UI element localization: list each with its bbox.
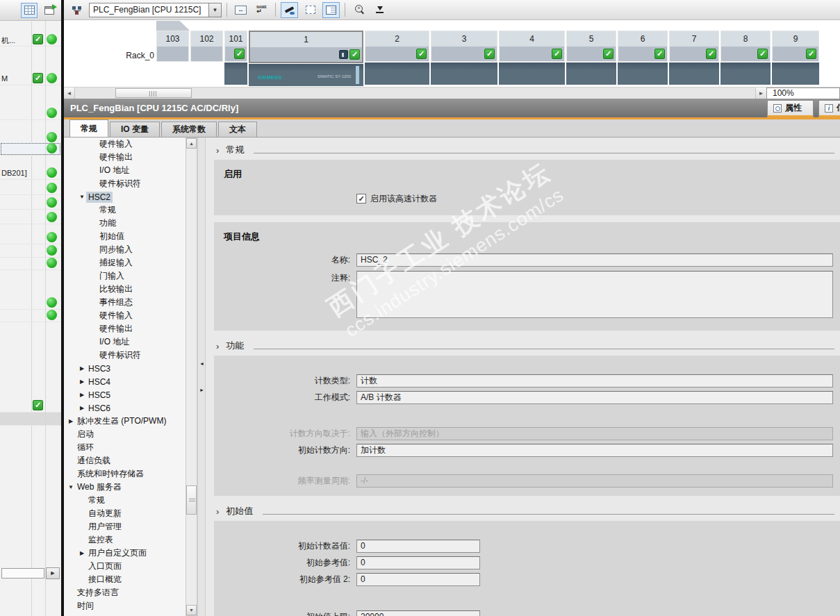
tree-item[interactable]: 同步输入 <box>64 243 186 256</box>
tree-item-label[interactable]: 支持多语言 <box>75 586 121 599</box>
tree-item[interactable]: 门输入 <box>64 269 186 283</box>
expand-closed-icon[interactable]: ▶ <box>67 418 75 424</box>
overview-row[interactable] <box>0 413 61 426</box>
scroll-left-button[interactable]: ◄ <box>64 88 75 99</box>
show-grid-button[interactable] <box>302 2 319 18</box>
tree-item-label[interactable]: 启动 <box>75 428 96 441</box>
section-general-header[interactable]: › 常规 <box>213 142 840 158</box>
tree-item-label[interactable]: HSC4 <box>86 376 113 388</box>
slot-module[interactable] <box>720 63 771 85</box>
tree-item[interactable]: 比较输出 <box>64 283 186 296</box>
table-view-button[interactable] <box>21 3 38 18</box>
tree-item-label[interactable]: 自动更新 <box>86 507 124 520</box>
zoom-level-field[interactable]: 100% <box>766 88 840 99</box>
expand-open-icon[interactable]: ▼ <box>67 484 75 490</box>
tree-item[interactable]: 事件组态 <box>64 296 186 309</box>
tree-item-label[interactable]: I/O 地址 <box>97 164 131 177</box>
initial-reference2-input[interactable]: 0 <box>356 573 480 586</box>
tree-item-label[interactable]: 初始值 <box>97 230 126 243</box>
tree-item[interactable]: 时间 <box>64 599 186 613</box>
tree-item-label[interactable]: 监控表 <box>86 533 115 547</box>
tree-item-label[interactable]: 循环 <box>75 441 96 454</box>
tree-item[interactable]: 初始值 <box>64 230 186 243</box>
expand-closed-icon[interactable]: ▶ <box>78 550 86 556</box>
tree-scrollbar[interactable]: ▲ ▼ <box>186 138 197 616</box>
overview-row[interactable]: 机...✓ <box>0 33 61 47</box>
slot-module[interactable] <box>224 63 247 85</box>
initial-direction-dropdown[interactable]: 加计数 <box>356 444 833 457</box>
tree-item[interactable]: 捕捉输入 <box>64 256 186 269</box>
device-selector-value[interactable]: PLC_FengBian [CPU 1215C] <box>89 3 208 17</box>
section-initial-values-header[interactable]: › 初始值 <box>213 503 840 519</box>
slot-module[interactable] <box>618 63 668 85</box>
hscroll-track[interactable] <box>75 88 755 99</box>
tree-item[interactable]: 监控表 <box>64 533 186 547</box>
tab-常规[interactable]: 常规 <box>69 119 108 137</box>
slot-module[interactable] <box>499 63 565 85</box>
tree-item-label[interactable]: 事件组态 <box>97 296 135 309</box>
tree-item[interactable]: ▶HSC6 <box>64 401 186 415</box>
tree-item[interactable]: 支持多语言 <box>64 586 186 599</box>
tree-item[interactable]: 自动更新 <box>64 507 186 520</box>
rack-slot-3[interactable]: 3✓ <box>431 31 497 86</box>
tree-item-label[interactable]: 常规 <box>97 203 118 217</box>
tree-item-label[interactable]: I/O 地址 <box>97 335 131 349</box>
overview-row[interactable] <box>0 309 61 322</box>
device-overview-button[interactable] <box>322 2 340 18</box>
rack-slot-8[interactable]: 8✓ <box>720 31 771 86</box>
scroll-up-button[interactable]: ▲ <box>186 138 197 149</box>
rack-slot-7[interactable]: 7✓ <box>669 31 719 86</box>
tree-item[interactable]: 常规 <box>64 494 186 507</box>
initial-counter-input[interactable]: 0 <box>356 540 480 553</box>
expand-closed-icon[interactable]: ▶ <box>78 405 86 411</box>
overview-row[interactable] <box>0 231 61 244</box>
rack-slot-1[interactable]: 1✓SIEMENSSIMATIC S7-1200 <box>249 31 363 86</box>
device-selector-arrow[interactable]: ▼ <box>208 3 222 17</box>
tree-item[interactable]: 硬件输出 <box>64 322 186 335</box>
expand-closed-icon[interactable]: ▶ <box>78 392 86 398</box>
initial-reference-input[interactable]: 0 <box>356 556 480 569</box>
save-window-settings-button[interactable] <box>371 2 388 18</box>
tree-item-label[interactable]: 系统和时钟存储器 <box>75 467 146 481</box>
enable-hsc-checkbox[interactable]: ✓ <box>356 194 366 203</box>
operating-mode-dropdown[interactable]: A/B 计数器 <box>356 391 833 404</box>
tree-item-label[interactable]: 硬件标识符 <box>97 349 143 362</box>
tree-item-label[interactable]: 通信负载 <box>75 454 113 467</box>
export-table-button[interactable] <box>41 3 58 18</box>
scroll-down-button[interactable]: ▼ <box>186 605 197 615</box>
tree-item-label[interactable]: 硬件标识符 <box>97 177 143 190</box>
tree-item-label[interactable]: 同步输入 <box>97 243 135 256</box>
overview-row[interactable] <box>0 197 61 210</box>
tree-item-label[interactable]: 硬件输出 <box>97 151 135 164</box>
overview-row[interactable]: M✓ <box>0 72 61 85</box>
tree-item[interactable]: ▼HSC2 <box>64 190 186 203</box>
tree-item[interactable]: 系统和时钟存储器 <box>64 467 186 481</box>
overview-row[interactable] <box>0 257 61 270</box>
tree-item-label[interactable]: 硬件输入 <box>97 138 135 151</box>
tree-item[interactable]: ▶脉冲发生器 (PTO/PWM) <box>64 415 186 428</box>
tree-item-label[interactable]: 时间 <box>75 599 96 613</box>
tree-item[interactable]: 硬件输入 <box>64 309 186 322</box>
measure-width-button[interactable]: ↔ <box>232 2 249 18</box>
hscroll-thumb[interactable] <box>115 88 192 98</box>
tree-item[interactable]: ▶HSC3 <box>64 362 186 375</box>
zoom-in-button[interactable] <box>350 2 368 18</box>
rename-button[interactable]: NAME↵ <box>253 2 270 18</box>
rack-slot-2[interactable]: 2✓ <box>365 31 429 86</box>
scroll-right-button[interactable]: ► <box>755 88 766 99</box>
tree-item[interactable]: 通信负载 <box>64 454 186 467</box>
hscroll-track[interactable] <box>1 568 44 578</box>
tree-item[interactable]: ▼Web 服务器 <box>64 481 186 494</box>
slot-module[interactable] <box>365 63 429 85</box>
tree-item[interactable]: I/O 地址 <box>64 335 186 349</box>
tree-item-label[interactable]: 脉冲发生器 (PTO/PWM) <box>75 415 168 428</box>
tree-item-label[interactable]: 捕捉输入 <box>97 256 135 269</box>
inspector-tab-info[interactable]: i 信息 <box>818 100 840 117</box>
scroll-right-button[interactable]: ► <box>46 567 60 579</box>
tree-item-label[interactable]: HSC3 <box>86 363 113 374</box>
tree-item-label[interactable]: 入口页面 <box>86 560 124 573</box>
count-type-dropdown[interactable]: 计数 <box>356 374 833 388</box>
tree-item[interactable]: 入口页面 <box>64 560 186 573</box>
slot-module[interactable] <box>431 63 497 85</box>
tree-item[interactable]: 硬件输出 <box>64 151 186 164</box>
